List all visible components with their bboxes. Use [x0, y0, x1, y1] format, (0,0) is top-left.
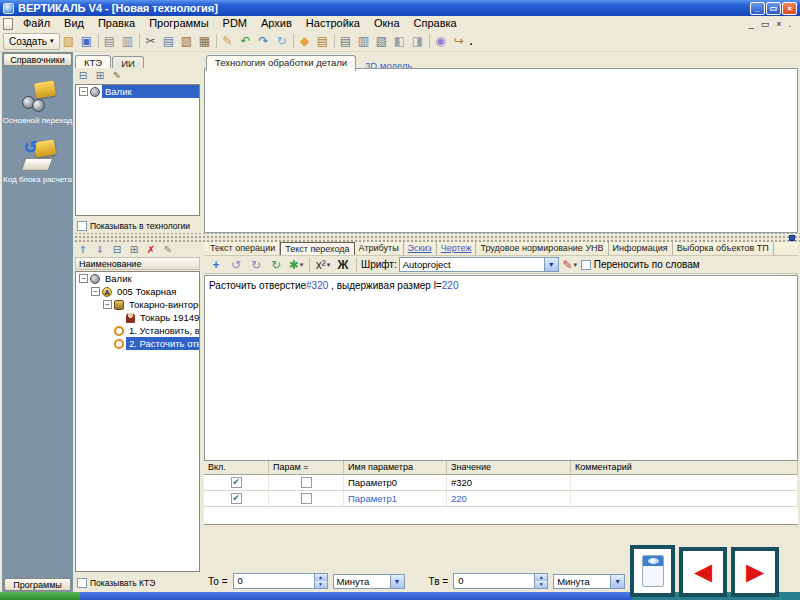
tab-attributes[interactable]: Атрибуты: [355, 242, 404, 255]
checkbox-icon[interactable]: [77, 221, 87, 231]
col-header[interactable]: Имя параметра: [344, 461, 447, 475]
tv-spinner[interactable]: 0 ▲▼: [453, 573, 548, 589]
menu-windows[interactable]: Окна: [367, 16, 407, 31]
reference-button[interactable]: ◆: [296, 33, 314, 50]
delete-item-button[interactable]: ✗: [144, 243, 158, 256]
horizontal-splitter[interactable]: [73, 233, 800, 242]
edit-button[interactable]: ✎: [219, 33, 237, 50]
tab-transition-text[interactable]: Текст перехода: [280, 242, 354, 256]
parameter-name-cell[interactable]: Параметр0: [344, 475, 447, 491]
cut-button[interactable]: ✂: [142, 33, 160, 50]
expand-all-button[interactable]: ⊞: [127, 243, 141, 256]
expander-icon[interactable]: −: [91, 287, 100, 296]
arrange-right-button[interactable]: ◨: [409, 33, 427, 50]
menu-archive[interactable]: Архив: [254, 16, 299, 31]
prev-transition-button[interactable]: ↺: [227, 256, 245, 273]
table-row[interactable]: Параметр0 #320: [204, 475, 798, 491]
kte-tree[interactable]: − Валик: [75, 84, 200, 216]
move-button[interactable]: +: [207, 256, 225, 273]
kte-item-valik[interactable]: Валик: [102, 85, 199, 98]
menu-pdm[interactable]: PDM: [216, 16, 254, 31]
tile-horizontal-button[interactable]: ▤: [337, 33, 355, 50]
expander-icon[interactable]: −: [79, 274, 88, 283]
help-button[interactable]: ◉: [432, 33, 450, 50]
chevron-down-icon[interactable]: ▼: [610, 575, 624, 588]
font-select[interactable]: Autoproject ▼: [399, 257, 559, 272]
mdi-restore-button[interactable]: ▭: [761, 19, 770, 29]
transition-text-editor[interactable]: Расточить отверстие#320 , выдерживая раз…: [204, 275, 798, 461]
col-header[interactable]: Парам =: [269, 461, 344, 475]
open-button[interactable]: ▨: [60, 33, 78, 50]
op-item-valik[interactable]: Валик: [102, 272, 135, 285]
print-button[interactable]: ▤: [101, 33, 119, 50]
home-slide-button[interactable]: [630, 545, 675, 597]
tab-information[interactable]: Информация: [609, 242, 673, 255]
chevron-down-icon[interactable]: ▼: [544, 258, 558, 271]
table-row[interactable]: Параметр1 220: [204, 491, 798, 507]
splitter-handle-icon[interactable]: [789, 235, 795, 241]
param-checkbox[interactable]: [301, 493, 312, 504]
text-color-button[interactable]: ✎: [561, 256, 579, 273]
collapse-tree-button[interactable]: ⊟: [76, 69, 90, 82]
menu-file[interactable]: Файл: [16, 16, 57, 31]
col-header[interactable]: Комментарий: [571, 461, 798, 475]
close-button[interactable]: ×: [782, 2, 797, 15]
minimize-button[interactable]: _: [750, 2, 765, 15]
sidebar-references-button[interactable]: Справочники: [3, 53, 72, 66]
mdi-minimize-button[interactable]: _: [749, 19, 754, 29]
create-button[interactable]: Создать ▾: [3, 33, 60, 50]
save-button[interactable]: ▣: [78, 33, 96, 50]
checkbox-icon[interactable]: [581, 260, 591, 270]
expander-icon[interactable]: −: [103, 300, 112, 309]
enabled-checkbox[interactable]: [231, 477, 242, 488]
template-button[interactable]: ✱: [287, 256, 305, 273]
delete-button[interactable]: ▦: [196, 33, 214, 50]
col-header[interactable]: Значение: [447, 461, 571, 475]
parameter-value-cell[interactable]: 220: [447, 491, 571, 507]
expander-icon[interactable]: −: [79, 87, 88, 96]
tv-unit-select[interactable]: Минута ▼: [553, 574, 625, 589]
tree-row[interactable]: − 1. Установить, выверить и з: [76, 324, 199, 337]
op-item-turner[interactable]: Токарь 19149: [137, 311, 200, 324]
expand-tree-button[interactable]: ⊞: [93, 69, 107, 82]
refresh-text-button[interactable]: ↻: [267, 256, 285, 273]
exit-button[interactable]: ↪: [450, 33, 468, 50]
next-transition-button[interactable]: ↻: [247, 256, 265, 273]
bold-button[interactable]: Ж: [334, 256, 352, 273]
menu-view[interactable]: Вид: [57, 16, 91, 31]
spin-up-icon[interactable]: ▲: [535, 574, 547, 581]
tab-sketch[interactable]: Эскиз: [404, 242, 437, 255]
show-in-technology-checkbox[interactable]: Показывать в технологии: [77, 221, 190, 231]
sidebar-item-main-transition[interactable]: Основной переход: [2, 82, 73, 125]
spin-down-icon[interactable]: ▼: [535, 581, 547, 588]
preview-button[interactable]: ▥: [119, 33, 137, 50]
show-kte-checkbox[interactable]: Показывать КТЭ: [77, 578, 155, 588]
toolbar-customize[interactable]: .: [468, 35, 475, 47]
move-up-button[interactable]: ⇑: [76, 243, 90, 256]
tree-row[interactable]: − Валик: [76, 272, 199, 285]
parameter-value-cell[interactable]: #320: [447, 475, 571, 491]
tab-labor-norms[interactable]: Трудовое нормирование УНВ: [476, 242, 608, 255]
op-item-step-1[interactable]: 1. Установить, выверить и з: [126, 324, 200, 337]
tab-kte[interactable]: КТЭ: [75, 55, 111, 68]
comment-cell[interactable]: [571, 475, 798, 491]
menu-programs[interactable]: Программы: [142, 16, 215, 31]
tab-tp-objects[interactable]: Выборка объектов ТП: [673, 242, 774, 255]
menu-help[interactable]: Справка: [407, 16, 464, 31]
op-item-005-turning[interactable]: 005 Токарная: [114, 285, 179, 298]
tile-vertical-button[interactable]: ▥: [355, 33, 373, 50]
restore-button[interactable]: ▭: [766, 2, 781, 15]
catalog-button[interactable]: ▤: [314, 33, 332, 50]
enabled-checkbox[interactable]: [231, 493, 242, 504]
param-checkbox[interactable]: [301, 477, 312, 488]
to-spinner[interactable]: 0 ▲▼: [233, 573, 328, 589]
operations-tree[interactable]: − Валик − 005 Токарная − Токарно-винторе…: [75, 271, 200, 572]
cascade-button[interactable]: ▧: [373, 33, 391, 50]
op-item-lathe[interactable]: Токарно-винторезный станок: [126, 298, 200, 311]
redo-button[interactable]: ↷: [255, 33, 273, 50]
menu-settings[interactable]: Настройка: [299, 16, 367, 31]
tab-drawing[interactable]: Чертеж: [437, 242, 477, 255]
parameter-name-cell[interactable]: Параметр1: [344, 491, 447, 507]
sidebar-programs-button[interactable]: Программы: [4, 578, 71, 591]
arrange-left-button[interactable]: ◧: [391, 33, 409, 50]
